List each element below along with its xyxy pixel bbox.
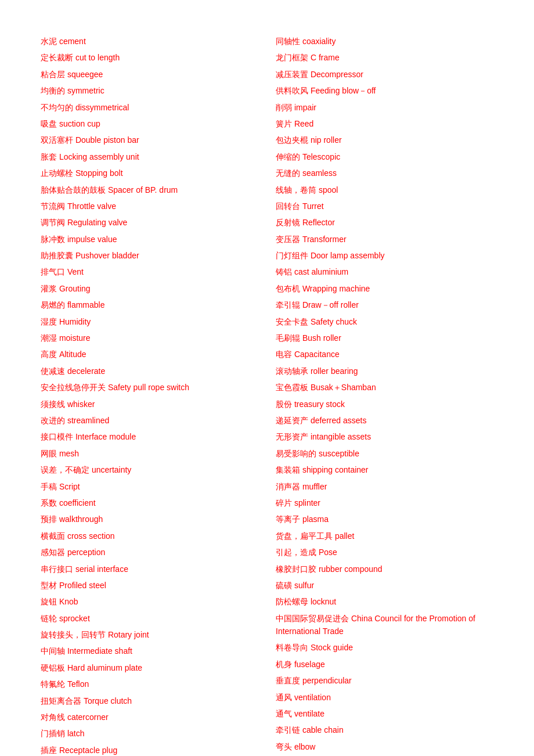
list-item: 旋钮 Knob bbox=[41, 595, 258, 608]
list-item: 双活塞杆 Double piston bar bbox=[41, 134, 258, 146]
list-item: 系数 coefficient bbox=[41, 496, 258, 509]
list-item: 特氟纶 Teflon bbox=[41, 678, 258, 690]
list-item: 滚动轴承 roller bearing bbox=[276, 365, 493, 377]
list-item: 吸盘 suction cup bbox=[41, 117, 258, 130]
list-item: 插座 Receptacle plug bbox=[41, 744, 258, 756]
list-item: 铸铝 cast aluminium bbox=[276, 265, 493, 278]
list-item: 中间轴 Intermediate shaft bbox=[41, 645, 258, 657]
main-content: 水泥 cement定长裁断 cut to length粘合层 squeegee均… bbox=[41, 35, 493, 756]
list-item: 均衡的 symmetric bbox=[41, 84, 258, 97]
list-item: 包边夹棍 nip roller bbox=[276, 134, 493, 146]
list-item: 料卷导向 Stock guide bbox=[276, 641, 493, 654]
list-item: 粘合层 squeegee bbox=[41, 68, 258, 81]
list-item: 胀套 Locking assembly unit bbox=[41, 150, 258, 163]
left-column: 水泥 cement定长裁断 cut to length粘合层 squeegee均… bbox=[41, 35, 258, 756]
list-item: 助推胶囊 Pushover bladder bbox=[41, 249, 258, 262]
list-item: 安全卡盘 Safety chuck bbox=[276, 315, 493, 328]
list-item: 脉冲数 impulse value bbox=[41, 233, 258, 246]
list-item: 通风 ventilation bbox=[276, 691, 493, 704]
list-item: 引起，造成 Pose bbox=[276, 546, 493, 559]
list-item: 碎片 splinter bbox=[276, 496, 493, 509]
list-item: 扭矩离合器 Torque clutch bbox=[41, 694, 258, 707]
list-item: 定长裁断 cut to length bbox=[41, 51, 258, 64]
list-item: 变压器 Transformer bbox=[276, 233, 493, 246]
list-item: 串行接口 serial interface bbox=[41, 563, 258, 575]
list-item: 簧片 Reed bbox=[276, 117, 493, 130]
list-item: 预排 walkthrough bbox=[41, 513, 258, 525]
right-column: 同轴性 coaxiality龙门框架 C frame减压装置 Decompres… bbox=[276, 35, 493, 756]
list-item: 线轴，卷筒 spool bbox=[276, 183, 493, 196]
list-item: 易燃的 flammable bbox=[41, 298, 258, 311]
list-item: 安全拉线急停开关 Safety pull rope switch bbox=[41, 381, 258, 394]
list-item: 高度 Altitude bbox=[41, 348, 258, 361]
list-item: 排气口 Vent bbox=[41, 265, 258, 278]
list-item: 灌浆 Grouting bbox=[41, 282, 258, 295]
list-item: 门灯组件 Door lamp assembly bbox=[276, 249, 493, 262]
list-item: 龙门框架 C frame bbox=[276, 51, 493, 64]
list-item: 湿度 Humidity bbox=[41, 315, 258, 328]
list-item: 同轴性 coaxiality bbox=[276, 35, 493, 48]
list-item: 对角线 catercorner bbox=[41, 711, 258, 723]
list-item: 网眼 mesh bbox=[41, 447, 258, 460]
list-item: 须接线 whisker bbox=[41, 398, 258, 411]
list-item: 等离子 plasma bbox=[276, 513, 493, 525]
list-item: 节流阀 Throttle valve bbox=[41, 200, 258, 213]
list-item: 伸缩的 Telescopic bbox=[276, 150, 493, 163]
list-item: 无形资产 intangible assets bbox=[276, 430, 493, 443]
list-item: 门插销 latch bbox=[41, 727, 258, 740]
list-item: 手稿 Script bbox=[41, 480, 258, 493]
list-item: 机身 fuselage bbox=[276, 658, 493, 671]
list-item: 货盘，扁平工具 pallet bbox=[276, 530, 493, 542]
list-item: 误差，不确定 uncertainty bbox=[41, 463, 258, 476]
list-item: 旋转接头，回转节 Rotary joint bbox=[41, 628, 258, 641]
list-item: 感知器 perception bbox=[41, 546, 258, 559]
list-item: 横截面 cross section bbox=[41, 530, 258, 542]
list-item: 改进的 streamlined bbox=[41, 414, 258, 427]
list-item: 硬铝板 Hard aluminum plate bbox=[41, 661, 258, 674]
list-item: 型材 Profiled steel bbox=[41, 579, 258, 592]
list-item: 易受影响的 susceptible bbox=[276, 447, 493, 460]
list-item: 防松螺母 locknut bbox=[276, 595, 493, 608]
list-item: 使减速 decelerate bbox=[41, 365, 258, 377]
list-item: 牵引链 cable chain bbox=[276, 723, 493, 736]
list-item: 水泥 cement bbox=[41, 35, 258, 48]
list-item: 供料吹风 Feeding blow－off bbox=[276, 84, 493, 97]
list-item: 减压装置 Decompressor bbox=[276, 68, 493, 81]
list-item: 接口模件 Interface module bbox=[41, 430, 258, 443]
list-item: 递延资产 deferred assets bbox=[276, 414, 493, 427]
list-item: 胎体贴合鼓的鼓板 Spacer of BP. drum bbox=[41, 183, 258, 196]
list-item: 消声器 muffler bbox=[276, 480, 493, 493]
list-item: 潮湿 moisture bbox=[41, 332, 258, 344]
list-item: 橡胶封口胶 rubber compound bbox=[276, 563, 493, 575]
list-item: 集装箱 shipping container bbox=[276, 463, 493, 476]
list-item: 硫磺 sulfur bbox=[276, 579, 493, 592]
list-item: 毛刷辊 Bush roller bbox=[276, 332, 493, 344]
list-item: 包布机 Wrapping machine bbox=[276, 282, 493, 295]
list-item: 垂直度 perpendicular bbox=[276, 674, 493, 687]
list-item: 通气 ventilate bbox=[276, 707, 493, 720]
list-item: 无缝的 seamless bbox=[276, 167, 493, 179]
list-item: 不均匀的 dissymmetrical bbox=[41, 101, 258, 114]
list-item: 链轮 sprocket bbox=[41, 612, 258, 625]
list-item: 弯头 elbow bbox=[276, 740, 493, 753]
list-item: 电容 Capacitance bbox=[276, 348, 493, 361]
list-item: 股份 treasury stock bbox=[276, 398, 493, 411]
list-item: 回转台 Turret bbox=[276, 200, 493, 213]
list-item: 宝色霞板 Busak＋Shamban bbox=[276, 381, 493, 394]
list-item: 牵引辊 Draw－off roller bbox=[276, 298, 493, 311]
list-item: 削弱 impair bbox=[276, 101, 493, 114]
list-item: 调节阀 Regulating valve bbox=[41, 216, 258, 229]
list-item: 中国国际贸易促进会 China Council for the Promotio… bbox=[276, 612, 493, 638]
list-item: 反射镜 Reflector bbox=[276, 216, 493, 229]
list-item: 止动螺栓 Stopping bolt bbox=[41, 167, 258, 179]
